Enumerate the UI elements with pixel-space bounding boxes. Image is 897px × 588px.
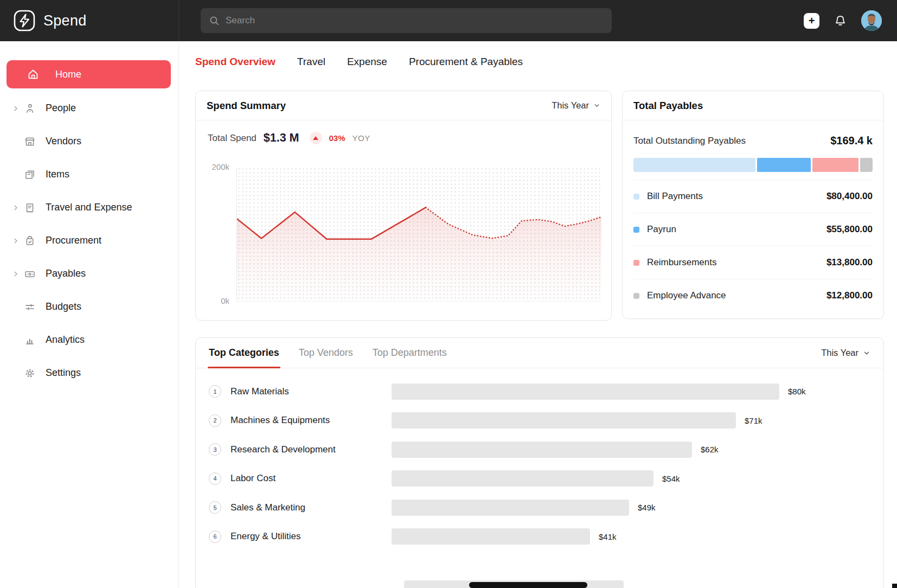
outstanding-payables-row: Total Outstanding Payables $169.4 k	[633, 135, 873, 147]
sidebar-item-label: Settings	[46, 367, 81, 379]
rank-badge: 3	[209, 443, 221, 456]
bar-chart-icon	[21, 334, 39, 346]
sidebar-item-items[interactable]: Items	[0, 158, 178, 191]
rank-badge: 1	[209, 385, 221, 398]
sidebar-item-settings[interactable]: Settings	[0, 356, 178, 389]
plus-icon: +	[809, 15, 815, 27]
sidebar-item-procurement[interactable]: Procurement	[0, 224, 178, 257]
list-item: Bill Payments $80,400.00	[633, 180, 873, 213]
tab-procurement-payables[interactable]: Procurement & Payables	[409, 56, 523, 68]
chevron-down-icon	[593, 102, 600, 109]
scrollbar-corner	[892, 584, 897, 588]
bar-row: $80k	[392, 377, 883, 406]
tab-top-categories[interactable]: Top Categories	[209, 338, 279, 368]
chevron-down-icon	[863, 349, 870, 357]
payables-stacked-bar	[633, 158, 873, 172]
bar-row: $62k	[392, 435, 883, 464]
sidebar-item-label: People	[46, 103, 76, 114]
gear-icon	[21, 367, 39, 379]
bar-row: $71k	[392, 406, 883, 436]
total-spend-row: Total Spend $1.3 M 03% YOY	[196, 120, 611, 145]
bar-row: $49k	[392, 493, 883, 522]
sidebar-item-label: Vendors	[46, 136, 81, 147]
sidebar-item-budgets[interactable]: Budgets	[0, 290, 178, 323]
tab-spend-overview[interactable]: Spend Overview	[195, 56, 275, 68]
trend-up-icon	[310, 132, 322, 144]
period-value: This Year	[552, 100, 589, 111]
chart-area-fill	[237, 207, 601, 302]
period-dropdown[interactable]: This Year	[821, 348, 870, 358]
y-axis-tick-max: 200k	[197, 162, 229, 171]
bag-check-icon	[21, 235, 39, 247]
top-insights-header: Top Categories Top Vendors Top Departmen…	[196, 338, 883, 368]
sidebar-item-payables[interactable]: Payables	[0, 257, 178, 290]
y-axis-tick-min: 0k	[197, 296, 229, 305]
sidebar-item-travel-and-expense[interactable]: Travel and Expense	[0, 191, 178, 224]
app-brand[interactable]: Spend	[0, 0, 179, 41]
category-bar	[392, 470, 653, 487]
list-item: 4 Labor Cost	[196, 464, 392, 494]
rank-badge: 5	[209, 501, 221, 514]
notifications-button[interactable]	[834, 14, 847, 28]
category-label: Labor Cost	[230, 473, 275, 484]
segment-payrun	[757, 158, 811, 172]
category-bar	[392, 528, 590, 545]
list-item: 5 Sales & Marketing	[196, 493, 392, 522]
category-bar	[392, 500, 629, 516]
sidebar-item-vendors[interactable]: Vendors	[0, 125, 178, 158]
rank-badge: 4	[209, 472, 221, 485]
spend-dashboard: Spend +	[0, 0, 897, 588]
chevron-right-icon	[11, 237, 21, 245]
segment-employee-advance	[860, 158, 873, 172]
horizontal-scrollbar-thumb[interactable]	[469, 582, 587, 588]
sidebar-item-home[interactable]: Home	[7, 60, 171, 88]
category-bar	[392, 442, 692, 458]
period-dropdown[interactable]: This Year	[552, 100, 600, 111]
legend-swatch	[633, 293, 639, 299]
tab-expense[interactable]: Expense	[347, 56, 387, 68]
tab-top-vendors[interactable]: Top Vendors	[299, 338, 353, 368]
top-insights-card: Top Categories Top Vendors Top Departmen…	[195, 337, 884, 588]
bar-value: $41k	[599, 532, 617, 541]
total-spend-value: $1.3 M	[264, 131, 299, 145]
card-title: Spend Summary	[207, 100, 286, 112]
rank-badge: 6	[209, 531, 221, 543]
chevron-right-icon	[11, 105, 21, 112]
list-item: Employee Advance $12,800.00	[633, 279, 873, 312]
breakdown-amount: $80,400.00	[826, 191, 873, 202]
person-icon	[21, 103, 39, 114]
sidebar-item-label: Payables	[46, 268, 86, 279]
category-bar-chart: $80k $71k $62k $54k $49k	[392, 377, 883, 551]
add-button[interactable]: +	[804, 13, 819, 29]
storefront-icon	[21, 136, 39, 148]
chevron-placeholder	[11, 138, 21, 145]
bar-row: $41k	[392, 522, 883, 552]
search-input[interactable]	[201, 8, 612, 33]
category-bar	[392, 384, 779, 400]
page-tabs: Spend Overview Travel Expense Procuremen…	[195, 56, 523, 68]
user-avatar[interactable]	[861, 10, 882, 31]
receipt-icon	[21, 202, 39, 214]
cash-icon	[21, 268, 39, 280]
category-label: Raw Materials	[230, 386, 289, 397]
sidebar-item-analytics[interactable]: Analytics	[0, 323, 178, 356]
search-bar	[201, 8, 612, 33]
chevron-placeholder	[11, 369, 21, 377]
tab-top-departments[interactable]: Top Departments	[373, 338, 447, 368]
tab-travel[interactable]: Travel	[297, 56, 325, 68]
payables-breakdown-list: Bill Payments $80,400.00 Payrun $55,800.…	[633, 180, 873, 312]
search-icon	[208, 15, 220, 27]
bar-value: $71k	[745, 416, 763, 425]
segment-reimbursements	[812, 158, 858, 172]
sidebar-item-label: Items	[46, 169, 69, 180]
bar-row: $54k	[392, 464, 883, 494]
app-name: Spend	[43, 12, 87, 29]
breakdown-amount: $12,800.00	[826, 290, 873, 301]
chevron-right-icon	[11, 204, 21, 212]
period-value: This Year	[821, 348, 858, 358]
sidebar-item-label: Budgets	[46, 301, 81, 312]
spend-summary-header: Spend Summary This Year	[196, 91, 611, 120]
sidebar-item-label: Travel and Expense	[46, 202, 132, 213]
sidebar-item-people[interactable]: People	[0, 92, 178, 125]
legend-swatch	[633, 227, 639, 233]
